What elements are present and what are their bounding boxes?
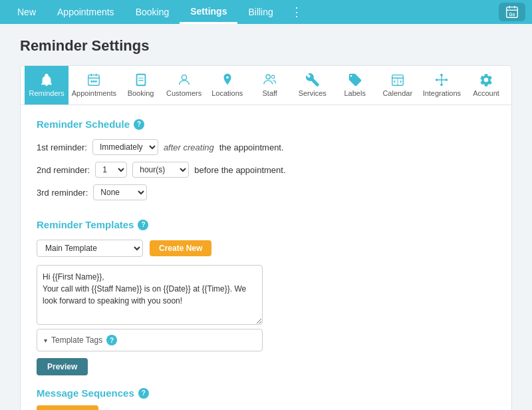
labels-icon	[348, 73, 362, 87]
nav-settings[interactable]: Settings	[180, 0, 237, 24]
reminder-2-select2[interactable]: hour(s) day(s) minute(s)	[132, 162, 189, 178]
reminder-row-2: 2nd reminder: 1 2 3 5 10 24 48 hour(s) d…	[37, 162, 495, 178]
tab-locations[interactable]: Locations	[206, 66, 249, 104]
tab-calendar[interactable]: Calendar	[376, 66, 419, 104]
calendar2-icon	[390, 73, 405, 87]
settings-tabs: Reminders Appointments	[21, 66, 511, 105]
tab-services-label: Services	[299, 89, 327, 97]
tab-integrations-label: Integrations	[423, 89, 461, 97]
tab-integrations[interactable]: Integrations	[419, 66, 465, 104]
template-select-row: Main Template Template 2 Template 3 Crea…	[37, 240, 495, 257]
svg-point-16	[271, 75, 275, 79]
svg-point-22	[441, 74, 444, 77]
customers-icon	[177, 73, 192, 87]
gear-icon	[479, 73, 493, 87]
reminder-schedule-help-icon[interactable]: ?	[134, 119, 144, 130]
template-tags-row[interactable]: ▾ Template Tags ?	[37, 329, 263, 351]
reminder-1-after-text2: the appointment.	[219, 142, 284, 152]
reminder-templates-help-icon[interactable]: ?	[138, 220, 148, 230]
tab-services[interactable]: Services	[291, 66, 334, 104]
tab-customers[interactable]: Customers	[162, 66, 206, 104]
tab-account-label: Account	[473, 89, 499, 97]
nav-appointments[interactable]: Appointments	[47, 0, 125, 24]
message-sequences-title: Message Sequences ?	[37, 387, 495, 399]
go-button[interactable]: Go	[499, 3, 525, 21]
reminder-2-select1[interactable]: 1 2 3 5 10 24 48	[95, 162, 127, 178]
reminder-row-1: 1st reminder: Immediately 5 minutes 10 m…	[37, 139, 495, 155]
nav-booking[interactable]: Booking	[125, 0, 180, 24]
staff-icon	[263, 73, 277, 87]
tab-staff[interactable]: Staff	[249, 66, 291, 104]
reminder-schedule-title: Reminder Schedule ?	[37, 118, 495, 130]
reminder-1-label: 1st reminder:	[37, 142, 87, 152]
page-title: Reminder Settings	[20, 37, 512, 55]
tab-calendar-label: Calendar	[382, 89, 412, 97]
tab-labels[interactable]: Labels	[334, 66, 376, 104]
reminder-3-label: 3rd reminder:	[37, 188, 88, 198]
tab-booking[interactable]: Booking	[120, 66, 162, 104]
locations-icon	[220, 73, 235, 87]
tab-booking-label: Booking	[128, 89, 154, 97]
tab-reminders-label: Reminders	[29, 89, 65, 97]
bell-icon	[39, 73, 54, 87]
calendar-go-icon: Go	[505, 5, 519, 19]
card-body: Reminder Schedule ? 1st reminder: Immedi…	[21, 105, 511, 410]
svg-rect-10	[93, 81, 95, 83]
services-icon	[305, 73, 320, 87]
svg-point-20	[436, 79, 438, 81]
reminder-3-select[interactable]: None 1 hour 2 hours 24 hours	[93, 184, 147, 200]
tab-customers-label: Customers	[166, 89, 201, 97]
tab-locations-label: Locations	[211, 89, 243, 97]
page-content: Reminder Settings Reminders	[0, 24, 532, 410]
appointments-icon	[86, 73, 101, 87]
nav-billing[interactable]: Billing	[237, 0, 283, 24]
create-new-template-button[interactable]: Create New	[150, 240, 211, 256]
tab-staff-label: Staff	[263, 89, 277, 97]
reminder-2-label: 2nd reminder:	[37, 165, 90, 175]
tab-reminders[interactable]: Reminders	[25, 66, 68, 104]
reminder-1-select[interactable]: Immediately 5 minutes 10 minutes 30 minu…	[92, 139, 158, 155]
message-sequences-help-icon[interactable]: ?	[138, 388, 149, 399]
svg-rect-5	[88, 75, 100, 86]
reminder-row-3: 3rd reminder: None 1 hour 2 hours 24 hou…	[37, 184, 495, 200]
svg-rect-9	[91, 81, 93, 83]
preview-button[interactable]: Preview	[37, 358, 88, 375]
tab-appointments[interactable]: Appointments	[68, 66, 119, 104]
reminder-templates-title: Reminder Templates ?	[37, 219, 495, 230]
svg-rect-11	[95, 81, 97, 83]
template-dropdown[interactable]: Main Template Template 2 Template 3	[37, 240, 143, 257]
svg-point-15	[266, 75, 270, 79]
template-tags-help-icon[interactable]: ?	[106, 335, 117, 345]
tab-account[interactable]: Account	[465, 66, 507, 104]
tab-labels-label: Labels	[344, 89, 366, 97]
svg-point-23	[441, 84, 444, 87]
template-textarea[interactable]: Hi {{First Name}}, Your call with {{Staf…	[37, 265, 263, 325]
integrations-icon	[434, 73, 449, 87]
book-icon	[134, 73, 148, 87]
top-navigation: New Appointments Booking Settings Billin…	[0, 0, 532, 24]
reminder-1-after-text: after creating	[164, 142, 214, 152]
template-tags-label: Template Tags	[51, 335, 102, 345]
create-new-sequence-button[interactable]: Create New	[37, 405, 98, 410]
svg-point-21	[446, 79, 448, 81]
chevron-down-icon: ▾	[44, 337, 47, 344]
nav-more-dots[interactable]: ⋮	[284, 5, 311, 19]
svg-point-14	[182, 75, 186, 80]
svg-text:Go: Go	[509, 12, 515, 17]
nav-new[interactable]: New	[7, 0, 47, 24]
reminder-2-before-text: before the appointment.	[194, 165, 285, 175]
tab-appointments-label: Appointments	[72, 89, 116, 97]
settings-card: Reminders Appointments	[20, 65, 512, 410]
